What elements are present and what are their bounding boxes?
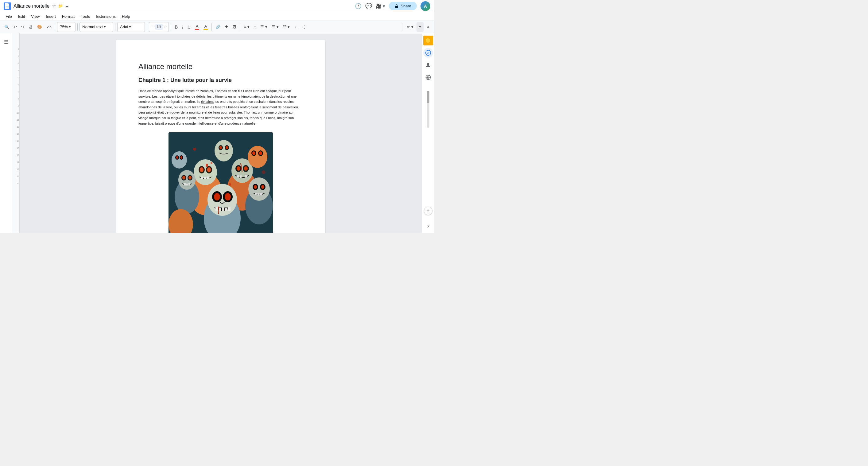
svg-point-58: [178, 170, 195, 190]
text-color-button[interactable]: A: [193, 22, 201, 32]
bullet-list-button[interactable]: ☰ ▾: [270, 22, 281, 32]
bold-button[interactable]: B: [173, 22, 180, 32]
text-color-group: A: [195, 24, 199, 30]
insert-image-button[interactable]: 🖼: [230, 22, 238, 32]
svg-rect-98: [257, 193, 259, 195]
align-button[interactable]: ≡ ▾: [242, 22, 251, 32]
svg-rect-86: [215, 207, 218, 211]
italic-button[interactable]: I: [180, 22, 185, 32]
font-size-value[interactable]: 11: [155, 24, 163, 30]
svg-point-112: [229, 183, 231, 186]
svg-rect-72: [237, 175, 239, 178]
svg-rect-53: [204, 177, 206, 179]
font-size-minus-button[interactable]: −: [150, 24, 155, 30]
zombie-illustration: [168, 132, 273, 233]
svg-rect-52: [201, 177, 203, 179]
document-content-area: 1 2 3 4 5 6 7 8 9 10 11 12 13 14 15 16 1…: [12, 33, 422, 233]
maps-icon[interactable]: [423, 72, 433, 82]
paint-format-button[interactable]: 🎨: [35, 22, 44, 32]
indent-less-button[interactable]: ←: [292, 22, 300, 32]
highlight-label: A: [205, 24, 207, 29]
zoom-dropdown[interactable]: 75% ▾: [57, 22, 75, 32]
font-chevron-icon: ▾: [129, 25, 131, 29]
svg-point-79: [226, 146, 228, 149]
document-title: Alliance mortelle: [13, 3, 50, 9]
menu-edit[interactable]: Edit: [15, 13, 28, 19]
person-icon: [425, 62, 431, 68]
more-options-button[interactable]: ⋮: [301, 22, 308, 32]
docs-icon: [4, 2, 11, 10]
svg-rect-88: [222, 208, 224, 211]
svg-point-50: [200, 167, 204, 172]
menu-view[interactable]: View: [28, 13, 43, 19]
checklist-button[interactable]: ☰ ▾: [258, 22, 269, 32]
numbered-list-button[interactable]: ☷ ▾: [281, 22, 292, 32]
style-chevron-icon: ▾: [104, 25, 105, 29]
highlight-color-button[interactable]: A: [202, 22, 210, 32]
zoom-chevron-icon: ▾: [69, 25, 71, 29]
font-size-plus-button[interactable]: +: [163, 24, 167, 30]
insert-link-button[interactable]: 🔗: [214, 22, 222, 32]
menu-extensions[interactable]: Extensions: [93, 13, 119, 19]
menu-file[interactable]: File: [2, 13, 15, 19]
svg-rect-1: [6, 6, 9, 6]
svg-point-115: [427, 63, 429, 65]
svg-point-95: [254, 185, 257, 189]
svg-point-62: [188, 176, 191, 180]
separator-8: [402, 23, 402, 31]
underline-word-2: évitaient: [201, 100, 214, 103]
star-icon[interactable]: ☆: [52, 3, 56, 9]
text-style-dropdown[interactable]: Normal text ▾: [80, 22, 113, 32]
comment-icon[interactable]: 💬: [365, 3, 372, 9]
svg-rect-87: [219, 208, 221, 211]
svg-point-61: [182, 176, 185, 180]
svg-point-71: [244, 166, 248, 171]
add-plugin-button[interactable]: +: [424, 207, 432, 215]
svg-rect-3: [6, 8, 8, 8]
svg-rect-89: [225, 208, 227, 211]
separator-5: [170, 23, 171, 31]
redo-button[interactable]: ↪: [19, 22, 26, 32]
svg-point-104: [259, 151, 262, 155]
svg-point-47: [194, 159, 217, 185]
menu-format[interactable]: Format: [59, 13, 78, 19]
document-body-paragraph: Dans ce monde apocalyptique infesté de z…: [138, 88, 303, 126]
lock-icon: [394, 4, 399, 8]
svg-point-108: [176, 156, 178, 159]
underline-button[interactable]: U: [186, 22, 192, 32]
folder-icon[interactable]: 📁: [58, 4, 63, 8]
share-button[interactable]: Share: [389, 2, 417, 10]
contacts-icon[interactable]: [423, 60, 433, 70]
line-spacing-button[interactable]: ↕: [252, 22, 258, 32]
right-sidebar: 🟡 +: [422, 33, 434, 233]
drawing-mode-button[interactable]: ✏ ▾: [405, 22, 415, 32]
highlight-bar: [204, 29, 208, 30]
print-button[interactable]: 🖨: [27, 22, 35, 32]
check-circle-icon: [425, 50, 431, 56]
history-icon[interactable]: 🕐: [355, 3, 362, 9]
document-page[interactable]: Alliance mortelle Chapitre 1 : Une lutte…: [116, 40, 325, 233]
keep-notes-icon[interactable]: 🟡: [423, 36, 433, 45]
svg-rect-65: [188, 183, 190, 185]
search-button[interactable]: 🔍: [2, 22, 11, 32]
menu-help[interactable]: Help: [119, 13, 133, 19]
undo-button[interactable]: ↩: [12, 22, 19, 32]
pen-tool-button[interactable]: ✒: [416, 22, 424, 32]
svg-point-109: [181, 156, 182, 159]
cloud-icon[interactable]: ☁: [65, 4, 69, 8]
outline-toggle-button[interactable]: ☰: [2, 37, 10, 46]
add-comment-button[interactable]: ✚: [223, 22, 230, 32]
horizontal-ruler: -1 1 2 3 4 5 6 7 8 9: [20, 33, 422, 34]
svg-point-111: [193, 148, 196, 151]
chevron-right-icon: [426, 224, 431, 229]
collapse-toolbar-button[interactable]: ∧: [425, 22, 432, 32]
menu-insert[interactable]: Insert: [43, 13, 59, 19]
spell-check-button[interactable]: ✓A: [44, 22, 53, 32]
scroll-thumb[interactable]: [427, 91, 429, 103]
avatar[interactable]: A: [421, 1, 430, 11]
tasks-icon[interactable]: [423, 48, 433, 58]
menu-tools[interactable]: Tools: [78, 13, 93, 19]
font-dropdown[interactable]: Arial ▾: [117, 22, 145, 32]
video-icon[interactable]: 🎥 ▾: [376, 3, 385, 9]
collapse-sidebar-button[interactable]: [426, 224, 431, 230]
